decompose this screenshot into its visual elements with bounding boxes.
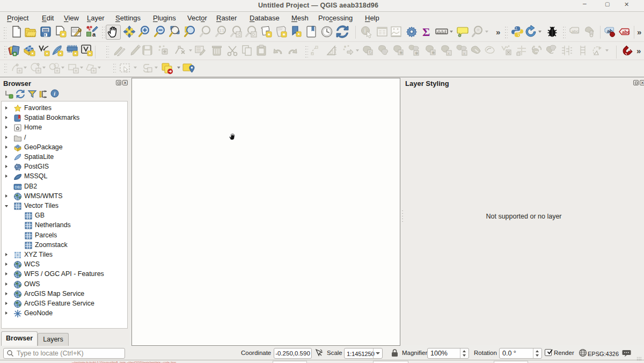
svg-text:✱: ✱	[399, 50, 403, 55]
svg-text:✱: ✱	[431, 50, 435, 55]
svg-text:x: x	[448, 51, 450, 56]
svg-text:Σ: Σ	[422, 25, 430, 38]
svg-text:i: i	[54, 91, 55, 97]
svg-text:1:1: 1:1	[219, 28, 224, 32]
svg-text:abc: abc	[572, 29, 579, 34]
svg-text:x: x	[463, 51, 465, 56]
svg-text:✱: ✱	[415, 51, 419, 56]
svg-text:i: i	[364, 27, 366, 34]
svg-text:abc: abc	[622, 30, 630, 35]
svg-text:↻: ↻	[369, 50, 372, 55]
svg-text:a: a	[92, 31, 96, 38]
svg-text:DB2: DB2	[15, 185, 22, 188]
